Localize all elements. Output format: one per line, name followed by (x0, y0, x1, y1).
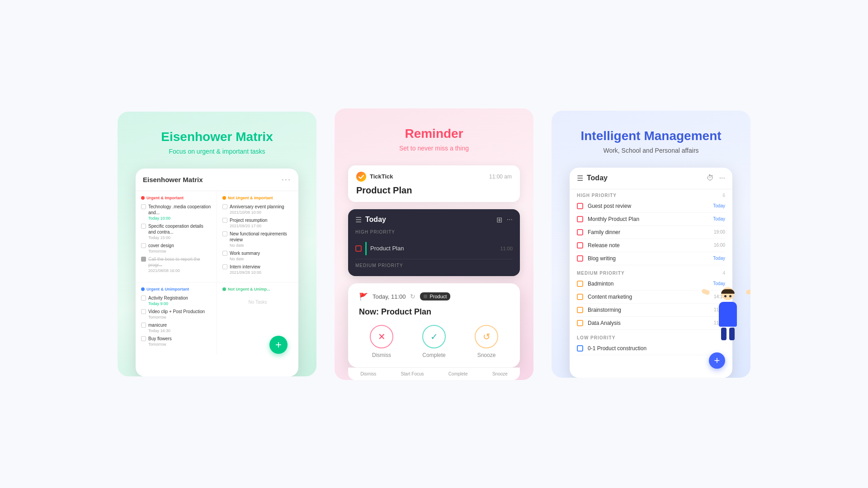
task-checkbox[interactable] (222, 204, 227, 209)
task-checkbox[interactable] (141, 296, 146, 300)
task-time: 2021/09/28 10:00 (230, 270, 261, 275)
task-text: New functional requirements review (230, 231, 293, 243)
task-checkbox[interactable] (141, 204, 146, 209)
mgmt-title: Today (587, 174, 608, 182)
more-options-icon[interactable]: ··· (719, 174, 725, 182)
task-time: 16:00 (714, 242, 725, 249)
task-text: Badminton (588, 281, 708, 287)
green-accent-bar (365, 242, 367, 255)
task-checkbox[interactable] (222, 218, 227, 223)
task-checkbox-done[interactable] (141, 257, 146, 262)
task-item: Buy flowers Tomorrow (141, 336, 211, 347)
add-task-fab-blue[interactable]: + (709, 352, 725, 369)
checkbox-blue[interactable] (577, 345, 583, 352)
bottom-start-focus[interactable]: Start Focus (401, 371, 424, 376)
reminder-bottom-bar: Dismiss Start Focus Complete Snooze (348, 367, 520, 380)
ticktick-logo (356, 172, 366, 182)
hamburger-icon[interactable]: ☰ (577, 174, 583, 183)
task-text: Technology .media cooperation and... (148, 204, 211, 216)
task-checkbox[interactable] (141, 224, 146, 229)
tag-dot (424, 295, 427, 298)
quadrant-not-urgent-important: Not Urgent & Important Anniversary event… (217, 191, 298, 282)
task-text: Specific cooperation details and contra.… (148, 223, 211, 235)
timer-icon[interactable]: ⏱ (707, 174, 714, 182)
today-dark-card: ☰ Today ⊞ ··· HIGH PRIORITY Product Plan… (348, 209, 520, 276)
today-dark-header: ☰ Today ⊞ ··· (355, 216, 513, 224)
eisenhower-phone-header: Eisenhower Matrix ··· (136, 169, 298, 191)
task-item: Project resumption 2021/09/20 17:00 (222, 217, 293, 228)
task-checkbox[interactable] (141, 323, 146, 328)
bottom-complete[interactable]: Complete (448, 371, 468, 376)
quadrant-label-2: Not Urgent & Important (222, 196, 293, 200)
task-item: Video clip + Post Production Tomorrow (141, 309, 211, 319)
task-time: Today 9:00 (148, 301, 188, 306)
char-arm-right (745, 289, 750, 295)
dot-orange (222, 196, 226, 200)
phone-bottom: + (570, 357, 732, 378)
task-checkbox[interactable] (141, 309, 146, 314)
reminder-subtitle: Set to never miss a thing (399, 145, 469, 152)
today-dark-icons: ⊞ ··· (496, 216, 513, 224)
task-checkbox[interactable] (222, 251, 227, 256)
task-text: Guest post review (588, 203, 708, 209)
task-time: Tomorrow (148, 315, 205, 319)
dismiss-circle[interactable]: ✕ (370, 325, 393, 348)
checkbox-red[interactable] (577, 216, 583, 222)
task-time: Today (713, 216, 725, 222)
task-checkbox[interactable] (222, 264, 227, 269)
complete-btn[interactable]: ✓ Complete (422, 325, 446, 358)
task-time: Today 10:00 (148, 216, 211, 221)
intelligent-subtitle: Work, School and Personal affairs (603, 147, 698, 154)
task-time: No date (230, 257, 260, 261)
task-text: Anniversary event planning (230, 204, 284, 210)
snooze-circle[interactable]: ↺ (475, 325, 498, 348)
task-monthly-product: Monthly Product Plan Today (577, 213, 725, 226)
char-leg-right (729, 328, 735, 340)
task-checkbox[interactable] (141, 243, 146, 248)
task-text: Project resumption (230, 217, 267, 223)
notif-header: TickTick 11:00 am (356, 172, 512, 182)
complete-circle[interactable]: ✓ (422, 325, 446, 348)
more-icon[interactable]: ··· (507, 216, 513, 224)
bottom-dismiss[interactable]: Dismiss (360, 371, 376, 376)
task-text: Call the boss to report the progr... (148, 256, 211, 268)
intelligent-title: Intelligent Management (580, 129, 721, 143)
task-checkbox[interactable] (141, 336, 146, 341)
task-time: Tomorrow (148, 342, 172, 347)
intelligent-wrapper: ☰ Today ⏱ ··· HIGH PRIORITY 6 (570, 168, 732, 378)
checkbox-red[interactable] (577, 229, 583, 235)
task-time: No date (230, 243, 293, 248)
notif-app: TickTick (356, 172, 393, 182)
task-text: Content marketing (588, 294, 709, 300)
tag-label: Product (429, 294, 447, 299)
mgmt-header-right: ⏱ ··· (707, 174, 725, 182)
bottom-snooze[interactable]: Snooze (492, 371, 508, 376)
task-time: Today 16:30 (148, 328, 170, 333)
checkbox-orange[interactable] (577, 320, 583, 326)
task-checkbox[interactable] (222, 231, 227, 236)
checkbox-orange[interactable] (577, 281, 583, 287)
dismiss-btn[interactable]: ✕ Dismiss (370, 325, 393, 358)
snooze-btn[interactable]: ↺ Snooze (475, 325, 498, 358)
char-body (719, 302, 737, 327)
hamburger-dark-icon[interactable]: ☰ (355, 216, 362, 224)
more-options-icon[interactable]: ··· (282, 175, 291, 184)
character-figure (710, 287, 746, 342)
dark-checkbox[interactable] (355, 245, 362, 252)
task-item: Activity Registration Today 9:00 (141, 295, 211, 306)
task-text: Work summary (230, 250, 260, 256)
high-priority-header: HIGH PRIORITY 6 (577, 193, 725, 198)
checkbox-red[interactable] (577, 242, 583, 249)
alert-card: 🚩 Today, 11:00 ↻ Product Now: Product Pl… (348, 283, 520, 367)
low-priority-section: LOW PRIORITY 0-1 Product construction (570, 332, 732, 357)
task-item: Intern interview 2021/09/28 10:00 (222, 264, 293, 275)
add-task-fab[interactable]: + (269, 336, 288, 354)
checkbox-red[interactable] (577, 255, 583, 262)
task-text: Monthly Product Plan (588, 216, 708, 222)
alert-meta: 🚩 Today, 11:00 ↻ Product (359, 292, 509, 301)
checkbox-orange[interactable] (577, 307, 583, 313)
checkbox-red[interactable] (577, 203, 583, 209)
checkbox-orange[interactable] (577, 294, 583, 300)
grid-icon[interactable]: ⊞ (496, 216, 502, 224)
complete-label: Complete (422, 352, 445, 358)
